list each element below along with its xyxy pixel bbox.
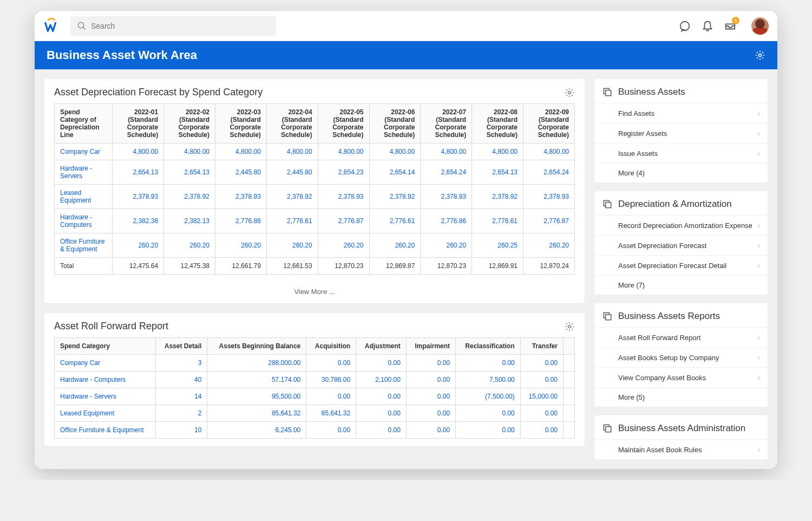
card-settings-icon[interactable] — [564, 87, 575, 98]
side-nav-item[interactable]: Asset Depreciation Forecast› — [594, 235, 768, 255]
cell-value[interactable]: 95,500.00 — [207, 388, 306, 405]
category-link[interactable]: Company Car — [55, 355, 156, 372]
cell-value[interactable]: 260.20 — [369, 233, 421, 258]
bell-icon[interactable] — [702, 20, 713, 32]
workday-logo[interactable] — [43, 18, 60, 34]
cell-value[interactable]: 2,445.80 — [215, 160, 266, 185]
cell-value[interactable]: 4,800.00 — [113, 144, 164, 160]
asset-detail-link[interactable]: 2 — [155, 405, 207, 422]
category-link[interactable]: Office Furniture & Equipment — [55, 233, 113, 258]
cell-value[interactable]: 85,641.32 — [207, 405, 306, 422]
cell-value[interactable]: 0.00 — [456, 355, 521, 372]
cell-value[interactable]: 2,378.93 — [421, 185, 472, 209]
cell-value[interactable]: 2,378.93 — [523, 185, 575, 209]
cell-value[interactable]: 288,000.00 — [207, 355, 306, 372]
cell-value[interactable]: 2,776.86 — [421, 209, 472, 233]
cell-value[interactable]: 0.00 — [406, 388, 455, 405]
cell-value[interactable]: 4,800.00 — [523, 144, 575, 160]
cell-value[interactable]: (7,500.00) — [456, 388, 521, 405]
side-nav-item[interactable]: Asset Roll Forward Report› — [594, 327, 768, 347]
side-nav-more[interactable]: More (7) — [594, 275, 768, 295]
category-link[interactable]: Office Furniture & Equipment — [55, 422, 156, 439]
cell-value[interactable]: 2,654.13 — [164, 160, 215, 185]
search-box[interactable] — [70, 16, 276, 36]
cell-value[interactable]: 0.00 — [306, 422, 356, 439]
cell-value[interactable]: 0.00 — [356, 422, 407, 439]
cell-value[interactable]: 2,776.61 — [472, 209, 523, 233]
cell-value[interactable]: 2,382.13 — [164, 209, 215, 233]
cell-value[interactable]: 2,382.38 — [113, 209, 164, 233]
cell-value[interactable]: 0.00 — [306, 388, 356, 405]
cell-value[interactable]: 2,378.92 — [472, 185, 523, 209]
side-nav-item[interactable]: View Company Asset Books› — [594, 367, 768, 387]
category-link[interactable]: Hardware - Computers — [55, 372, 156, 388]
cell-value[interactable]: 0.00 — [456, 405, 521, 422]
asset-detail-link[interactable]: 14 — [155, 388, 207, 405]
cell-value[interactable]: 0.00 — [406, 355, 455, 372]
search-input[interactable] — [91, 22, 270, 30]
cell-value[interactable]: 0.00 — [456, 422, 521, 439]
category-link[interactable]: Leased Equipment — [55, 405, 156, 422]
cell-value[interactable]: 7,500.00 — [456, 372, 521, 388]
category-link[interactable]: Leased Equipment — [55, 185, 113, 209]
cell-value[interactable]: 4,800.00 — [369, 144, 421, 160]
cell-value[interactable]: 2,378.93 — [318, 185, 369, 209]
cell-value[interactable]: 4,800.00 — [318, 144, 369, 160]
cell-value[interactable]: 0.00 — [520, 355, 563, 372]
cell-value[interactable]: 2,378.93 — [113, 185, 164, 209]
cell-value[interactable]: 2,445.80 — [266, 160, 318, 185]
cell-value[interactable]: 260.20 — [266, 233, 318, 258]
cell-value[interactable]: 57,174.00 — [207, 372, 306, 388]
cell-value[interactable]: 4,800.00 — [421, 144, 472, 160]
cell-value[interactable]: 0.00 — [520, 405, 563, 422]
side-nav-item[interactable]: Record Depreciation Amortization Expense… — [594, 215, 768, 235]
inbox-icon[interactable]: 5 — [724, 20, 736, 32]
cell-value[interactable]: 2,776.87 — [318, 209, 369, 233]
category-link[interactable]: Hardware - Servers — [55, 388, 156, 405]
cell-value[interactable]: 4,800.00 — [164, 144, 215, 160]
cell-value[interactable]: 85,641.32 — [306, 405, 356, 422]
cell-value[interactable]: 0.00 — [356, 405, 407, 422]
cell-value[interactable]: 260.25 — [472, 233, 523, 258]
cell-value[interactable]: 2,100.00 — [356, 372, 407, 388]
cell-value[interactable]: 0.00 — [520, 372, 563, 388]
cell-value[interactable]: 2,378.92 — [369, 185, 421, 209]
cell-value[interactable]: 2,654.24 — [421, 160, 472, 185]
side-nav-item[interactable]: Asset Books Setup by Company› — [594, 347, 768, 367]
cell-value[interactable]: 260.20 — [523, 233, 575, 258]
avatar[interactable] — [751, 17, 769, 35]
side-nav-item[interactable]: Maintain Asset Book Rules› — [594, 439, 768, 459]
cell-value[interactable]: 260.20 — [113, 233, 164, 258]
cell-value[interactable]: 0.00 — [356, 355, 407, 372]
cell-value[interactable]: 260.20 — [215, 233, 266, 258]
cell-value[interactable]: 2,776.61 — [266, 209, 318, 233]
cell-value[interactable]: 0.00 — [406, 405, 455, 422]
cell-value[interactable]: 4,800.00 — [472, 144, 523, 160]
cell-value[interactable]: 2,776.86 — [215, 209, 266, 233]
cell-value[interactable]: 2,378.92 — [266, 185, 318, 209]
cell-value[interactable]: 2,378.92 — [164, 185, 215, 209]
category-link[interactable]: Company Car — [55, 144, 113, 160]
cell-value[interactable]: 0.00 — [406, 422, 455, 439]
cell-value[interactable]: 15,000.00 — [520, 388, 563, 405]
cell-value[interactable]: 30,786.00 — [306, 372, 356, 388]
cell-value[interactable]: 0.00 — [520, 422, 563, 439]
cell-value[interactable]: 4,800.00 — [215, 144, 266, 160]
cell-value[interactable]: 2,654.13 — [472, 160, 523, 185]
side-nav-item[interactable]: Register Assets› — [594, 123, 768, 143]
side-nav-more[interactable]: More (4) — [594, 163, 768, 183]
cell-value[interactable]: 0.00 — [406, 372, 455, 388]
asset-detail-link[interactable]: 3 — [155, 355, 207, 372]
cell-value[interactable]: 2,378.93 — [215, 185, 266, 209]
cell-value[interactable]: 4,800.00 — [266, 144, 318, 160]
chat-icon[interactable] — [679, 20, 691, 32]
cell-value[interactable]: 0.00 — [306, 355, 356, 372]
category-link[interactable]: Hardware - Servers — [55, 160, 113, 185]
cell-value[interactable]: 2,654.14 — [369, 160, 421, 185]
cell-value[interactable]: 260.20 — [318, 233, 369, 258]
cell-value[interactable]: 2,776.87 — [523, 209, 575, 233]
cell-value[interactable]: 0.00 — [356, 388, 407, 405]
category-link[interactable]: Hardware - Computers — [55, 209, 113, 233]
side-nav-more[interactable]: More (5) — [594, 387, 768, 407]
asset-detail-link[interactable]: 40 — [155, 372, 207, 388]
